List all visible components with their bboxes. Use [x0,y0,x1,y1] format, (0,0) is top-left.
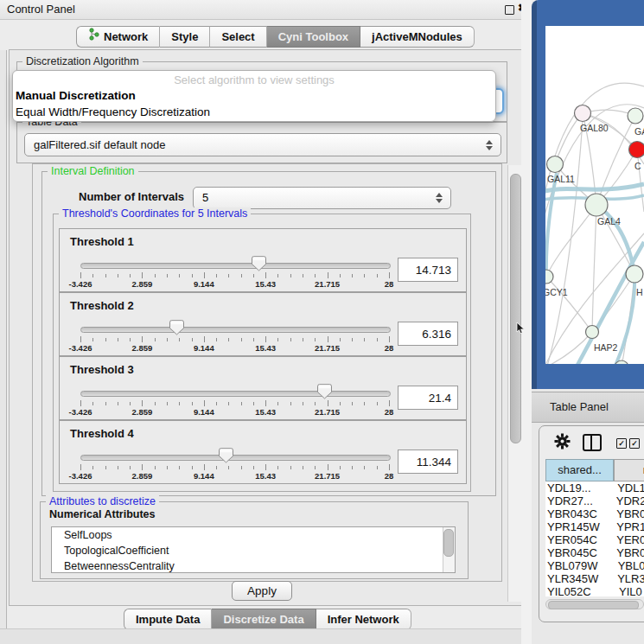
control-panel-window: Control Panel ✖ NetworkStyleSelectCyni T… [0,0,527,644]
tab-cyni-toolbox[interactable]: Cyni Toolbox [267,26,360,48]
table-row[interactable]: YBR045CYBR0 [545,546,644,559]
network-node-gal80[interactable] [575,105,591,122]
panel-bottom-area [0,629,527,644]
threshold-slider[interactable] [80,324,389,336]
slider-track[interactable] [80,391,391,397]
network-node-ga[interactable] [628,108,643,124]
table-rows: YDL19...YDL1YDR27...YDR2YBR043CYBR0YPR14… [545,481,644,596]
table-cell[interactable]: YDL19... [545,481,614,494]
table-cell[interactable]: YLR3 [614,572,644,585]
threshold-value-field[interactable]: 11.344 [398,450,458,474]
table-cell[interactable]: YDR2 [613,494,644,507]
slider-track[interactable] [80,455,391,461]
gear-icon[interactable] [554,433,571,450]
control-panel-titlebar[interactable]: Control Panel ✖ [0,0,527,20]
node-label: GAL11 [547,174,575,184]
attribute-item-topologicalcoefficient[interactable]: TopologicalCoefficient [52,543,455,558]
table-cell[interactable]: YBR045C [545,546,613,559]
table-horizontal-scrollbar[interactable] [545,599,644,609]
table-row[interactable]: YIL052CYIL0 [545,585,644,596]
network-node-c[interactable] [629,142,644,158]
attributes-scrollbar[interactable] [443,527,455,572]
table-row[interactable]: YPR145WYPR1 [545,520,644,533]
threshold-value-field[interactable]: 21.4 [398,386,458,410]
combo-arrows-icon [436,193,443,203]
table-cell[interactable]: YPR1 [613,520,644,533]
algorithm-options: Manual DiscretizationEqual Width/Frequen… [13,87,495,120]
numerical-attributes-label: Numerical Attributes [49,508,155,520]
table-cell[interactable]: YER0 [613,533,644,546]
column-header-name[interactable]: na [614,459,644,481]
tab-label: Select [221,27,254,47]
table-cell[interactable]: YDL1 [614,481,644,494]
slider-thumb-icon[interactable] [317,384,332,399]
network-node-gal11[interactable] [547,156,564,173]
threshold-slider[interactable] [80,452,389,464]
table-row[interactable]: YER054CYER0 [545,533,644,546]
table-cell[interactable]: YBR0 [613,507,644,520]
threshold-slider[interactable] [80,388,389,400]
slider-tick-labels: -3.4262.8599.14415.4321.71528 [80,407,389,417]
select-columns-icon[interactable]: ✓✓ [616,438,642,454]
threshold-value-field[interactable]: 6.316 [398,322,458,346]
threshold-label: Threshold 4 [70,427,134,440]
table-row[interactable]: YDR27...YDR2 [545,494,644,507]
panel-scrollbar[interactable] [507,165,521,602]
tab-jactivemnodules[interactable]: jActiveMNodules [360,26,475,48]
threshold-value-field[interactable]: 14.713 [398,258,458,282]
number-of-intervals-combobox[interactable]: 5 [193,187,451,209]
algorithm-option-equal-width-frequency-discretization[interactable]: Equal Width/Frequency Discretization [13,104,495,120]
table-data-combobox[interactable]: galFiltered.sif default node [24,133,501,156]
node-label: GAL4 [597,216,621,226]
table-cell[interactable]: YBL0 [615,559,644,572]
attribute-item-betweennesscentrality[interactable]: BetweennessCentrality [52,558,455,573]
slider-track[interactable] [80,263,391,269]
table-row[interactable]: YBL079WYBL0 [545,559,644,572]
tab-select[interactable]: Select [210,26,266,48]
tab-discretize-data[interactable]: Discretize Data [212,609,316,630]
float-window-icon[interactable] [505,5,514,15]
apply-button[interactable]: Apply [232,581,292,601]
algorithm-option-manual-discretization[interactable]: Manual Discretization [13,87,495,104]
column-view-icon[interactable] [583,434,602,451]
slider-track[interactable] [80,327,391,333]
table-cell[interactable]: YBR0 [613,546,644,559]
table-row[interactable]: YBR043CYBR0 [545,507,644,520]
slider-thumb-icon[interactable] [252,256,266,271]
attribute-item-selfloops[interactable]: SelfLoops [52,527,455,543]
table-cell[interactable]: YPR145W [545,520,613,533]
network-node-gcy1[interactable] [545,270,553,284]
tab-network[interactable]: Network [76,26,160,48]
cyni-toolbox-panel: Discretization Algorithm Select algorith… [9,49,522,606]
scrollbar-thumb[interactable] [510,174,521,443]
network-node-hap2[interactable] [586,326,599,339]
table-cell[interactable]: YBL079W [545,559,615,572]
node-label: C [634,161,641,171]
table-cell[interactable]: YLR345W [545,572,614,585]
table-panel-titlebar[interactable]: Table Panel [532,392,644,423]
tab-impute-data[interactable]: Impute Data [124,609,212,630]
slider-thumb-icon[interactable] [219,448,233,463]
table-cell[interactable]: YIL0 [615,585,642,596]
table-row[interactable]: YLR345WYLR3 [545,572,644,585]
table-row[interactable]: YDL19...YDL1 [545,481,644,494]
tab-infer-network[interactable]: Infer Network [316,609,411,630]
threshold-slider[interactable] [80,260,389,272]
checkbox-icon: ✓ [616,438,627,449]
table-cell[interactable]: YBR043C [545,507,613,520]
left-splitter[interactable] [0,50,7,644]
network-node-gal4[interactable] [585,194,608,216]
tab-label: Infer Network [328,609,399,629]
network-node-h[interactable] [626,265,643,283]
table-data-group: Table Data galFiltered.sif default node [16,122,507,163]
network-canvas[interactable]: GAL80GACGAL11GAL4GCY1HHAP2 [545,26,644,364]
tab-style[interactable]: Style [160,26,210,48]
table-cell[interactable]: YER054C [545,533,613,546]
table-cell[interactable]: YDR27... [545,494,613,507]
numerical-attributes-list[interactable]: SelfLoopsTopologicalCoefficientBetweenne… [51,526,456,573]
scrollbar-thumb[interactable] [548,601,639,609]
column-header-shared-name[interactable]: shared... [545,459,614,481]
slider-thumb-icon[interactable] [169,320,184,335]
table-cell[interactable]: YIL052C [545,585,615,596]
algorithm-dropdown-popup: Select algorithm to view settings Manual… [12,70,496,122]
